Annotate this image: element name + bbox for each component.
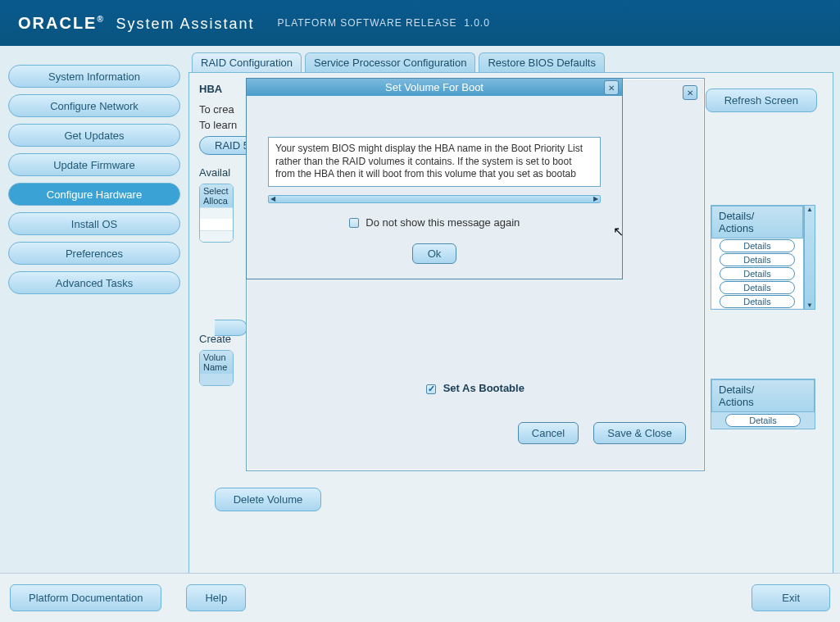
suppress-label: Do not show this message again <box>366 216 520 229</box>
scrollbar[interactable] <box>804 205 815 310</box>
exit-button[interactable]: Exit <box>751 584 830 611</box>
header: ORACLE® System Assistant PLATFORM SOFTWA… <box>0 0 840 46</box>
nav-configure-hardware[interactable]: Configure Hardware <box>8 183 180 206</box>
suppress-checkbox[interactable] <box>349 218 359 228</box>
close-icon[interactable]: ✕ <box>604 80 619 95</box>
truncated-button[interactable] <box>215 320 247 336</box>
details-button[interactable]: Details <box>720 239 795 252</box>
refresh-screen-button[interactable]: Refresh Screen <box>706 89 817 112</box>
nav-get-updates[interactable]: Get Updates <box>8 124 180 147</box>
dialog-message: Your system BIOS might display the HBA n… <box>268 137 601 187</box>
tabs: RAID Configuration Service Processor Con… <box>192 52 833 72</box>
details-actions-header: Details/ Actions <box>711 206 803 238</box>
horizontal-scrollbar[interactable]: ◀▶ <box>268 195 601 203</box>
nav-install-os[interactable]: Install OS <box>8 212 180 235</box>
release-label: PLATFORM SOFTWARE RELEASE 1.0.0 <box>277 17 489 29</box>
tab-raid-configuration[interactable]: RAID Configuration <box>192 52 302 72</box>
details-button[interactable]: Details <box>720 267 795 280</box>
platform-documentation-button[interactable]: Platform Documentation <box>10 584 161 611</box>
nav-system-information[interactable]: System Information <box>8 65 180 88</box>
tab-service-processor-configuration[interactable]: Service Processor Configuration <box>305 52 475 72</box>
nav-configure-network[interactable]: Configure Network <box>8 94 180 117</box>
details-button[interactable]: Details <box>720 253 795 266</box>
dialog-titlebar: Set Volume For Boot ✕ <box>247 79 622 96</box>
sidebar: System Information Configure Network Get… <box>0 52 188 573</box>
nav-advanced-tasks[interactable]: Advanced Tasks <box>8 271 180 294</box>
tab-restore-bios-defaults[interactable]: Restore BIOS Defaults <box>479 52 605 72</box>
select-alloc-header: Select Alloca <box>200 184 233 207</box>
help-button[interactable]: Help <box>186 584 246 611</box>
delete-volume-button[interactable]: Delete Volume <box>215 488 321 511</box>
save-close-button[interactable]: Save & Close <box>593 422 686 444</box>
cursor-icon: ↖ <box>613 224 624 239</box>
details-button[interactable]: Details <box>725 414 801 427</box>
footer: Platform Documentation Help Exit <box>0 573 840 622</box>
set-bootable-label: Set As Bootable <box>443 382 524 394</box>
details-button[interactable]: Details <box>720 295 795 308</box>
ok-button[interactable]: Ok <box>412 243 457 264</box>
logo: ORACLE® System Assistant <box>18 14 254 33</box>
nav-update-firmware[interactable]: Update Firmware <box>8 153 180 176</box>
volume-name-header: Volun Name <box>200 351 233 374</box>
nav-preferences[interactable]: Preferences <box>8 242 180 265</box>
details-actions-header-2: Details/ Actions <box>711 379 815 412</box>
close-icon[interactable]: ✕ <box>683 85 697 100</box>
cancel-button[interactable]: Cancel <box>518 422 579 444</box>
boot-info-dialog: Set Volume For Boot ✕ Your system BIOS m… <box>246 78 623 279</box>
set-bootable-checkbox[interactable] <box>426 384 436 394</box>
details-button[interactable]: Details <box>720 281 795 294</box>
